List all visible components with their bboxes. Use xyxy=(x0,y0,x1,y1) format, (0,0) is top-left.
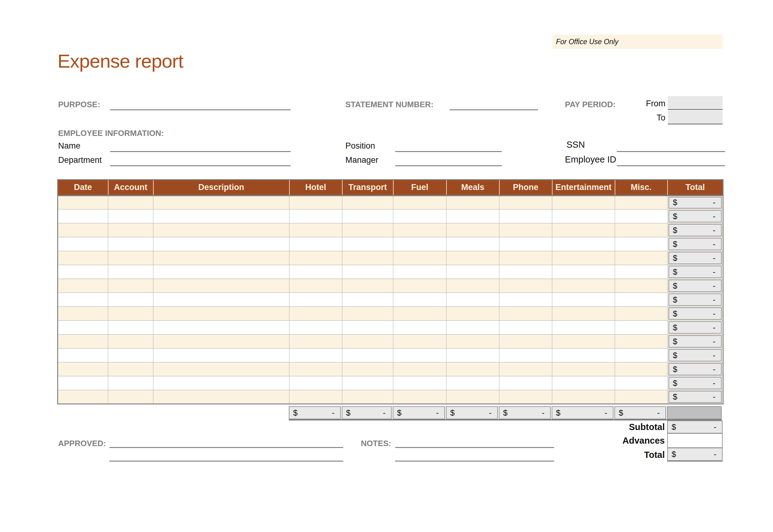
expense-cell-phone[interactable] xyxy=(499,335,552,348)
expense-cell-description[interactable] xyxy=(153,348,289,362)
expense-cell-meals[interactable] xyxy=(446,196,499,209)
expense-cell-misc[interactable] xyxy=(615,321,668,335)
expense-cell-account[interactable] xyxy=(108,209,153,223)
expense-cell-phone[interactable] xyxy=(499,293,552,307)
expense-cell-fuel[interactable] xyxy=(393,223,446,237)
expense-cell-date[interactable] xyxy=(58,209,108,223)
purpose-field-line[interactable] xyxy=(110,109,291,110)
expense-cell-entertainment[interactable] xyxy=(552,348,615,362)
expense-cell-fuel[interactable] xyxy=(393,265,446,279)
expense-cell-date[interactable] xyxy=(58,237,108,251)
expense-cell-misc[interactable] xyxy=(615,265,668,279)
expense-cell-meals[interactable] xyxy=(446,251,499,265)
expense-cell-misc[interactable] xyxy=(615,237,668,251)
approved-line-1[interactable] xyxy=(109,447,343,448)
pay-period-to-box[interactable] xyxy=(668,111,723,125)
expense-cell-meals[interactable] xyxy=(446,348,499,362)
expense-cell-misc[interactable] xyxy=(615,390,668,404)
expense-cell-phone[interactable] xyxy=(499,321,552,335)
expense-cell-date[interactable] xyxy=(58,321,108,335)
expense-cell-description[interactable] xyxy=(153,335,289,348)
advances-value-cell[interactable] xyxy=(667,433,723,448)
expense-cell-account[interactable] xyxy=(108,265,153,279)
expense-cell-date[interactable] xyxy=(58,279,108,293)
expense-cell-account[interactable] xyxy=(108,251,153,265)
expense-cell-hotel[interactable] xyxy=(289,223,342,237)
expense-cell-date[interactable] xyxy=(58,293,108,307)
expense-cell-phone[interactable] xyxy=(499,390,552,404)
expense-cell-hotel[interactable] xyxy=(289,321,342,335)
expense-cell-meals[interactable] xyxy=(446,362,499,376)
expense-cell-description[interactable] xyxy=(153,223,289,237)
expense-cell-phone[interactable] xyxy=(499,362,552,376)
expense-cell-account[interactable] xyxy=(108,376,153,390)
expense-cell-transport[interactable] xyxy=(342,223,393,237)
expense-cell-transport[interactable] xyxy=(342,348,393,362)
expense-cell-phone[interactable] xyxy=(499,251,552,265)
expense-cell-phone[interactable] xyxy=(499,237,552,251)
statement-number-field-line[interactable] xyxy=(450,109,538,110)
expense-cell-misc[interactable] xyxy=(615,348,668,362)
pay-period-from-box[interactable] xyxy=(668,96,723,110)
expense-cell-description[interactable] xyxy=(153,209,289,223)
expense-cell-transport[interactable] xyxy=(342,307,393,321)
expense-cell-date[interactable] xyxy=(58,196,108,209)
expense-cell-transport[interactable] xyxy=(342,321,393,335)
expense-cell-fuel[interactable] xyxy=(393,237,446,251)
expense-cell-account[interactable] xyxy=(108,321,153,335)
expense-cell-entertainment[interactable] xyxy=(552,237,615,251)
expense-cell-description[interactable] xyxy=(153,390,289,404)
expense-cell-description[interactable] xyxy=(153,376,289,390)
expense-cell-phone[interactable] xyxy=(499,209,552,223)
expense-cell-account[interactable] xyxy=(108,196,153,209)
expense-cell-transport[interactable] xyxy=(342,196,393,209)
expense-cell-misc[interactable] xyxy=(615,196,668,209)
expense-cell-meals[interactable] xyxy=(446,390,499,404)
expense-cell-entertainment[interactable] xyxy=(552,335,615,348)
expense-cell-date[interactable] xyxy=(58,335,108,348)
expense-cell-hotel[interactable] xyxy=(289,390,342,404)
expense-cell-entertainment[interactable] xyxy=(552,321,615,335)
expense-cell-phone[interactable] xyxy=(499,196,552,209)
expense-cell-meals[interactable] xyxy=(446,209,499,223)
expense-cell-fuel[interactable] xyxy=(393,321,446,335)
expense-cell-date[interactable] xyxy=(58,376,108,390)
expense-cell-entertainment[interactable] xyxy=(552,209,615,223)
expense-cell-fuel[interactable] xyxy=(393,293,446,307)
expense-cell-phone[interactable] xyxy=(499,307,552,321)
expense-cell-entertainment[interactable] xyxy=(552,390,615,404)
expense-cell-account[interactable] xyxy=(108,293,153,307)
expense-cell-hotel[interactable] xyxy=(289,293,342,307)
expense-cell-hotel[interactable] xyxy=(289,237,342,251)
expense-cell-meals[interactable] xyxy=(446,265,499,279)
expense-cell-fuel[interactable] xyxy=(393,307,446,321)
expense-cell-phone[interactable] xyxy=(499,223,552,237)
expense-cell-fuel[interactable] xyxy=(393,348,446,362)
expense-cell-hotel[interactable] xyxy=(289,209,342,223)
expense-cell-fuel[interactable] xyxy=(393,376,446,390)
expense-cell-entertainment[interactable] xyxy=(552,265,615,279)
expense-cell-entertainment[interactable] xyxy=(552,362,615,376)
expense-cell-meals[interactable] xyxy=(446,279,499,293)
expense-cell-fuel[interactable] xyxy=(393,335,446,348)
approved-line-2[interactable] xyxy=(109,461,343,462)
expense-cell-description[interactable] xyxy=(153,237,289,251)
manager-field-line[interactable] xyxy=(395,165,502,166)
expense-cell-misc[interactable] xyxy=(615,335,668,348)
expense-cell-misc[interactable] xyxy=(615,307,668,321)
expense-cell-description[interactable] xyxy=(153,265,289,279)
expense-cell-date[interactable] xyxy=(58,348,108,362)
expense-cell-fuel[interactable] xyxy=(393,196,446,209)
notes-line-1[interactable] xyxy=(395,447,554,448)
expense-cell-entertainment[interactable] xyxy=(552,376,615,390)
expense-cell-misc[interactable] xyxy=(615,279,668,293)
expense-cell-hotel[interactable] xyxy=(289,376,342,390)
expense-cell-transport[interactable] xyxy=(342,265,393,279)
expense-cell-fuel[interactable] xyxy=(393,251,446,265)
expense-cell-account[interactable] xyxy=(108,335,153,348)
expense-cell-misc[interactable] xyxy=(615,293,668,307)
expense-cell-transport[interactable] xyxy=(342,362,393,376)
expense-cell-meals[interactable] xyxy=(446,293,499,307)
expense-cell-account[interactable] xyxy=(108,223,153,237)
expense-cell-transport[interactable] xyxy=(342,376,393,390)
